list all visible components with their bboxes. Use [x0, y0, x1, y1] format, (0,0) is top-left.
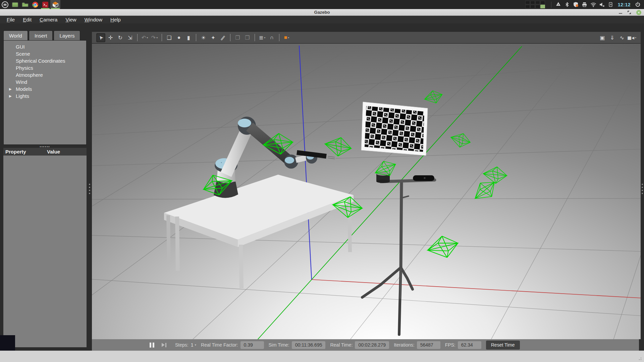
power-icon[interactable]: [633, 0, 642, 9]
maximize-button[interactable]: [628, 11, 631, 14]
align-button[interactable]: ≣▾: [258, 33, 267, 42]
tree-item-models[interactable]: ▶Models: [4, 85, 86, 93]
directional-light-button[interactable]: ∥: [218, 33, 227, 42]
snap-button[interactable]: ∩: [267, 33, 276, 42]
toolbar-separator: [255, 34, 255, 41]
tree-item-label: GUI: [16, 44, 25, 50]
dropdown-caret-icon[interactable]: ▾: [156, 36, 158, 39]
dropdown-caret-icon[interactable]: ▾: [288, 36, 289, 39]
video-record-button[interactable]: ◼◂▾: [627, 33, 636, 42]
3d-viewport[interactable]: [92, 43, 641, 339]
undo-button[interactable]: ↶▾: [140, 33, 149, 42]
menu-file[interactable]: File: [3, 16, 19, 23]
tab-layers[interactable]: Layers: [54, 31, 80, 40]
dropdown-caret-icon[interactable]: ▾: [147, 36, 148, 39]
minimize-button[interactable]: [619, 13, 622, 14]
expand-arrow-icon[interactable]: ▶: [9, 87, 12, 91]
translate-tool[interactable]: ✛: [106, 33, 115, 42]
tree-item-atmosphere[interactable]: Atmosphere: [4, 71, 86, 78]
window-titlebar[interactable]: Gazebo ✕: [0, 9, 644, 16]
scale-tool[interactable]: ⇲: [125, 33, 135, 42]
file-manager-icon[interactable]: [20, 0, 30, 9]
terminal-green-icon[interactable]: [10, 0, 20, 9]
menu-help[interactable]: Help: [106, 16, 125, 23]
spot-light-button[interactable]: ✦: [209, 33, 218, 42]
desktop: 12:12 Gazebo ✕ FileEditCameraViewWindowH…: [0, 0, 644, 362]
step-button[interactable]: [162, 343, 166, 347]
tab-world[interactable]: World: [3, 31, 28, 40]
activity-pinwheel-icon[interactable]: [554, 0, 563, 9]
view-angle-button[interactable]: ■▾: [282, 33, 291, 42]
window-title: Gazebo: [0, 10, 644, 15]
real-time-value[interactable]: 00:02:28.279: [355, 341, 389, 349]
tree-item-spherical-coordinates[interactable]: Spherical Coordinates: [4, 57, 86, 64]
dropdown-caret-icon[interactable]: ▾: [635, 36, 636, 39]
insert-sphere-button[interactable]: ●: [174, 33, 183, 42]
workspace-switcher[interactable]: [525, 1, 545, 8]
update-shield-icon[interactable]: [572, 0, 580, 9]
tree-item-wind[interactable]: Wind: [4, 78, 86, 85]
menu-window[interactable]: Window: [80, 16, 106, 23]
panel-tabs: WorldInsertLayers: [3, 31, 80, 40]
left-splitter-dots[interactable]: [89, 184, 90, 185]
reset-time-button[interactable]: Reset Time: [486, 341, 520, 350]
printer-icon[interactable]: [580, 0, 589, 9]
insert-cylinder-button[interactable]: ▮: [184, 33, 193, 42]
close-button[interactable]: ✕: [636, 10, 641, 15]
view-angle-button-glyph: ■: [284, 35, 287, 41]
workspace-8-active[interactable]: [540, 5, 545, 8]
main-area: ➤✛↻⇲↶▾↷▾❑●▮☀✦∥❐❒≣▾∩■▾ ▣⇓∿◼◂▾: [92, 23, 641, 351]
tree-item-lights[interactable]: ▶Lights: [4, 93, 86, 100]
tree-item-scene[interactable]: Scene: [4, 50, 86, 57]
sim-time-value[interactable]: 00:11:36.695: [292, 341, 326, 349]
simulation-statusbar: Steps: 1 ▾ Real Time Factor:0.39Sim Time…: [92, 339, 639, 351]
plot-button[interactable]: ∿: [618, 33, 627, 42]
screenshot-button[interactable]: ▣: [598, 33, 607, 42]
chrome-browser-icon[interactable]: [30, 0, 40, 9]
workspace-6[interactable]: [530, 5, 535, 8]
volume-muted-icon[interactable]: [598, 0, 606, 9]
battery-icon[interactable]: [606, 0, 615, 9]
3d-scene: [92, 44, 641, 339]
wifi-icon[interactable]: [589, 0, 598, 9]
workspace-1[interactable]: [525, 1, 530, 4]
tree-item-physics[interactable]: Physics: [4, 64, 86, 71]
real-time-factor-value[interactable]: 0.39: [240, 341, 264, 349]
redo-button[interactable]: ↷▾: [150, 33, 159, 42]
tree-item-gui[interactable]: GUI: [4, 43, 86, 50]
rotate-tool[interactable]: ↻: [116, 33, 125, 42]
mint-menu-icon[interactable]: [0, 0, 10, 9]
copy-button[interactable]: ❐: [233, 33, 242, 42]
gazebo-app-icon[interactable]: [50, 0, 60, 9]
terminal-red-icon[interactable]: [40, 0, 50, 9]
select-tool[interactable]: ➤: [96, 33, 105, 42]
workspace-5[interactable]: [525, 5, 530, 8]
workspace-2[interactable]: [530, 1, 535, 4]
iterations-value[interactable]: 56487: [417, 341, 440, 349]
workspace-3[interactable]: [535, 1, 540, 4]
toolbar-separator: [162, 34, 162, 41]
taskbar: [0, 0, 60, 9]
sim-time-label: Sim Time:: [269, 342, 289, 348]
paste-button[interactable]: ❒: [243, 33, 252, 42]
resize-grip[interactable]: [637, 356, 641, 360]
workspace-7[interactable]: [535, 5, 540, 8]
tab-insert[interactable]: Insert: [29, 31, 53, 40]
charuco-board[interactable]: [361, 102, 428, 156]
menu-camera[interactable]: Camera: [36, 16, 61, 23]
point-light-button[interactable]: ☀: [199, 33, 208, 42]
world-tree: GUISceneSpherical CoordinatesPhysicsAtmo…: [3, 40, 87, 145]
bluetooth-icon[interactable]: [563, 0, 572, 9]
menu-view[interactable]: View: [61, 16, 80, 23]
menu-edit[interactable]: Edit: [19, 16, 36, 23]
steps-value[interactable]: 1: [191, 342, 194, 348]
workspace-4[interactable]: [540, 1, 545, 4]
right-splitter-dots[interactable]: [642, 184, 643, 185]
fps-value[interactable]: 62.34: [458, 341, 481, 349]
clock[interactable]: 12:12: [615, 2, 633, 7]
insert-box-button[interactable]: ❑: [165, 33, 174, 42]
log-record-button[interactable]: ⇓: [608, 33, 617, 42]
pause-button[interactable]: [150, 343, 154, 348]
expand-arrow-icon[interactable]: ▶: [9, 94, 12, 98]
dropdown-caret-icon[interactable]: ▾: [264, 36, 265, 39]
